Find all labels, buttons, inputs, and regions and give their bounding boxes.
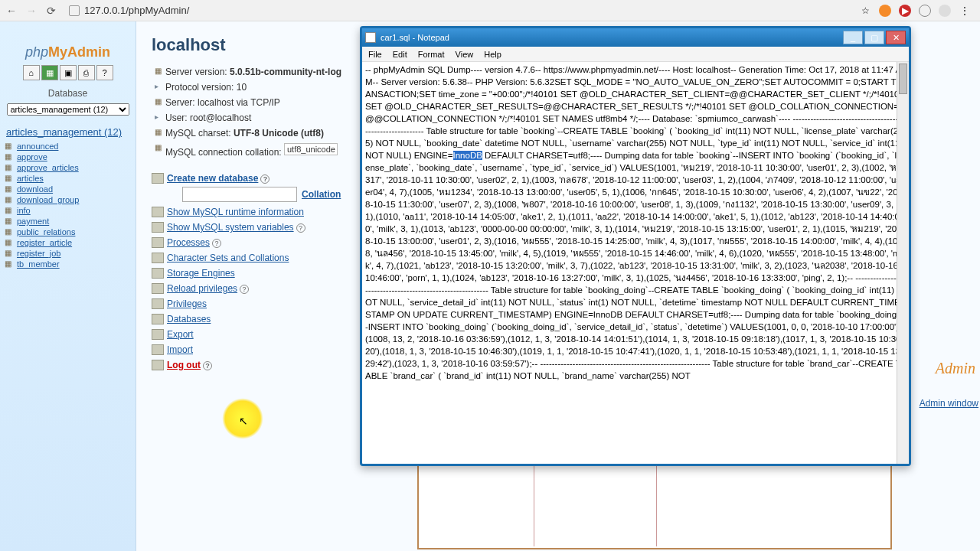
table-list: announced approve approve_articles artic… [0, 141, 136, 269]
table-link[interactable]: announced [5, 141, 131, 152]
watermark-text: Admin [936, 360, 975, 377]
notepad-text-area[interactable]: -- phpMyAdmin SQL Dump---- version 4.7.6… [362, 62, 909, 464]
menu-view[interactable]: View [456, 50, 474, 59]
extension-icon-2[interactable]: ▶ [899, 5, 911, 17]
database-label: Database [0, 88, 136, 99]
file-icon [365, 32, 376, 43]
table-link[interactable]: register_job [5, 248, 131, 259]
scrollbar[interactable] [897, 62, 909, 464]
table-link[interactable]: public_relations [5, 227, 131, 237]
menu-format[interactable]: Format [418, 50, 445, 59]
help-icon[interactable]: ? [203, 361, 212, 370]
menu-file[interactable]: File [368, 50, 382, 59]
collation-select[interactable]: utf8_unicode [284, 143, 338, 155]
table-link[interactable]: approve_articles [5, 162, 131, 173]
maximize-button[interactable]: ▢ [864, 31, 884, 44]
profile-icon[interactable] [939, 5, 951, 17]
selected-text: InnoDB [453, 151, 482, 160]
sidebar: phpMyAdmin ⌂ ▦ ▣ ⎙ ? Database articles_m… [0, 21, 136, 551]
admin-window-link[interactable]: Admin window [920, 398, 978, 409]
help-icon[interactable]: ? [240, 285, 249, 294]
table-link[interactable]: register_article [5, 237, 131, 248]
minimize-button[interactable]: _ [843, 31, 863, 44]
help-icon[interactable]: ? [212, 239, 221, 248]
notepad-titlebar[interactable]: car1.sql - Notepad _ ▢ ✕ [362, 28, 909, 47]
close-button[interactable]: ✕ [886, 31, 906, 44]
notepad-menu: File Edit Format View Help [362, 47, 909, 62]
address-bar[interactable]: 127.0.0.1/phpMyAdmin/ [69, 5, 189, 16]
database-name-link[interactable]: articles_management (12) [0, 123, 136, 141]
logo[interactable]: phpMyAdmin [0, 44, 136, 60]
background-window-frame [417, 465, 892, 549]
cursor-icon: ↖ [239, 415, 248, 427]
back-button[interactable]: ← [5, 4, 18, 18]
docs-button[interactable]: ⎙ [78, 65, 95, 80]
chrome-menu-icon[interactable]: ⋮ [959, 5, 971, 17]
bookmark-star-icon[interactable]: ☆ [859, 5, 871, 17]
help-icon[interactable]: ? [296, 223, 305, 233]
notepad-window: car1.sql - Notepad _ ▢ ✕ File Edit Forma… [360, 26, 911, 466]
create-database-input[interactable] [182, 187, 297, 202]
query-button[interactable]: ▦ [41, 65, 58, 80]
reload-button[interactable]: ⟳ [44, 4, 58, 18]
table-link[interactable]: approve [5, 152, 131, 162]
extension-icon-1[interactable] [879, 5, 891, 17]
table-link[interactable]: articles [5, 173, 131, 184]
help-button[interactable]: ? [96, 65, 113, 80]
scrollbar-thumb[interactable] [899, 64, 907, 94]
menu-edit[interactable]: Edit [393, 50, 407, 59]
database-select[interactable]: articles_management (12) [7, 103, 129, 116]
table-link[interactable]: info [5, 205, 131, 216]
forward-button[interactable]: → [24, 4, 38, 18]
site-info-icon[interactable] [69, 5, 80, 16]
sidebar-toolbar: ⌂ ▦ ▣ ⎙ ? [0, 65, 136, 80]
window-title: car1.sql - Notepad [381, 33, 449, 42]
table-link[interactable]: tb_member [5, 259, 131, 269]
url-text: 127.0.0.1/phpMyAdmin/ [84, 5, 189, 16]
home-button[interactable]: ⌂ [23, 65, 40, 80]
menu-help[interactable]: Help [484, 50, 501, 59]
extension-icon-3[interactable] [919, 5, 931, 17]
table-link[interactable]: payment [5, 216, 131, 227]
help-icon[interactable]: ? [260, 174, 270, 184]
browser-toolbar: ← → ⟳ 127.0.0.1/phpMyAdmin/ ☆ ▶ ⋮ [0, 0, 980, 21]
sql-button[interactable]: ▣ [60, 65, 77, 80]
collation-label: Collation [302, 189, 341, 200]
table-link[interactable]: download_group [5, 194, 131, 205]
table-link[interactable]: download [5, 184, 131, 194]
